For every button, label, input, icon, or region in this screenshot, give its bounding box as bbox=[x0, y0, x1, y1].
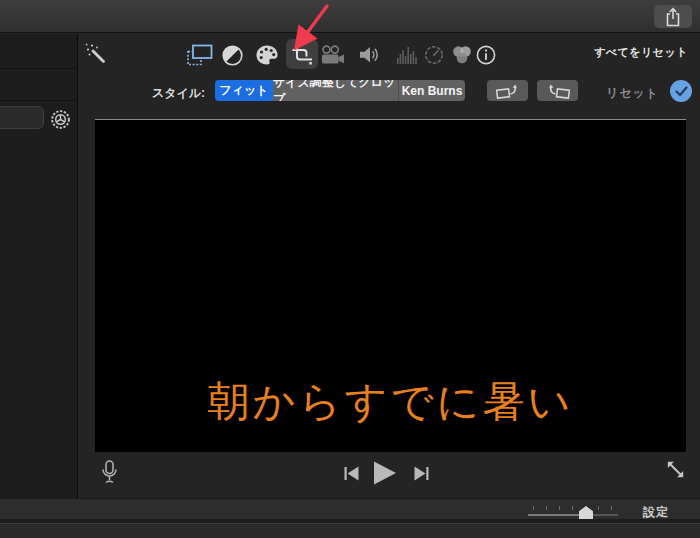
style-segment-ken-burns[interactable]: Ken Burns bbox=[398, 80, 465, 101]
equalizer-bars-icon bbox=[397, 46, 417, 64]
color-correction-button[interactable] bbox=[449, 42, 475, 68]
palette-icon bbox=[255, 44, 279, 66]
rotate-clockwise-button[interactable] bbox=[537, 80, 578, 101]
style-segmented-control: フィット サイズ調整してクロップ Ken Burns bbox=[215, 80, 465, 101]
speed-button[interactable] bbox=[421, 42, 447, 68]
slider-tick bbox=[572, 506, 573, 510]
title-bar bbox=[0, 0, 700, 33]
reset-all-button[interactable]: すべてをリセット bbox=[594, 45, 688, 60]
slider-tick bbox=[533, 506, 534, 510]
slider-tick bbox=[546, 506, 547, 510]
overlay-icon bbox=[187, 44, 213, 66]
crop-button[interactable] bbox=[289, 42, 315, 68]
skip-forward-icon bbox=[414, 466, 429, 481]
play-button[interactable] bbox=[373, 461, 397, 485]
share-button[interactable] bbox=[654, 5, 692, 28]
video-caption: 朝からすでに暑い bbox=[95, 374, 686, 430]
color-filters-button[interactable] bbox=[254, 42, 280, 68]
volume-button[interactable] bbox=[357, 42, 383, 68]
info-icon bbox=[475, 44, 497, 66]
imovie-window: すべてをリセット スタイル: フィット サイズ調整してクロップ Ken Burn… bbox=[0, 0, 700, 538]
sidebar-divider bbox=[0, 68, 78, 69]
microphone-icon bbox=[101, 460, 118, 485]
sidebar bbox=[0, 34, 78, 498]
crop-icon bbox=[292, 45, 313, 66]
style-segment-crop-to-fill[interactable]: サイズ調整してクロップ bbox=[273, 80, 398, 101]
style-label: スタイル: bbox=[148, 85, 205, 102]
expand-arrows-icon bbox=[665, 459, 686, 480]
video-camera-icon bbox=[321, 45, 345, 65]
fullscreen-button[interactable] bbox=[665, 459, 686, 480]
speaker-icon bbox=[359, 45, 381, 65]
slider-tick bbox=[559, 506, 560, 510]
speedometer-icon bbox=[424, 45, 444, 65]
reset-button[interactable]: リセット bbox=[606, 85, 659, 102]
skip-back-icon bbox=[344, 466, 359, 481]
rotate-counterclockwise-button[interactable] bbox=[487, 80, 528, 101]
style-segment-fit[interactable]: フィット bbox=[215, 80, 273, 101]
settings-gear-button[interactable] bbox=[48, 107, 72, 131]
overlapping-circles-icon bbox=[451, 45, 473, 65]
search-input[interactable] bbox=[0, 106, 44, 129]
apply-check-button[interactable] bbox=[670, 80, 692, 102]
zoom-slider-fill bbox=[528, 514, 586, 516]
timeline-strip bbox=[0, 523, 700, 538]
voiceover-record-button[interactable] bbox=[101, 460, 118, 485]
noise-equalizer-button[interactable] bbox=[394, 42, 420, 68]
magic-wand-icon bbox=[85, 43, 109, 67]
rotate-clockwise-icon bbox=[545, 83, 571, 99]
rotate-counterclockwise-icon bbox=[495, 83, 521, 99]
skip-forward-button[interactable] bbox=[414, 466, 429, 481]
contrast-circle-icon bbox=[221, 44, 244, 67]
stabilization-button[interactable] bbox=[320, 42, 346, 68]
video-preview[interactable]: 朝からすでに暑い bbox=[95, 119, 686, 452]
overlay-settings-button[interactable] bbox=[187, 42, 213, 68]
slider-tick bbox=[598, 506, 599, 510]
viewer-bottom-bar: 設定 bbox=[0, 498, 700, 519]
info-button[interactable] bbox=[473, 42, 499, 68]
skip-back-button[interactable] bbox=[344, 466, 359, 481]
sidebar-divider bbox=[0, 100, 78, 101]
share-icon bbox=[664, 7, 682, 27]
slider-tick bbox=[611, 506, 612, 510]
enhance-wand-button[interactable] bbox=[84, 42, 110, 68]
gear-icon bbox=[49, 108, 72, 131]
zoom-slider-thumb[interactable] bbox=[579, 506, 593, 519]
checkmark-icon bbox=[675, 86, 688, 97]
color-balance-button[interactable] bbox=[219, 42, 245, 68]
play-icon bbox=[373, 461, 397, 485]
